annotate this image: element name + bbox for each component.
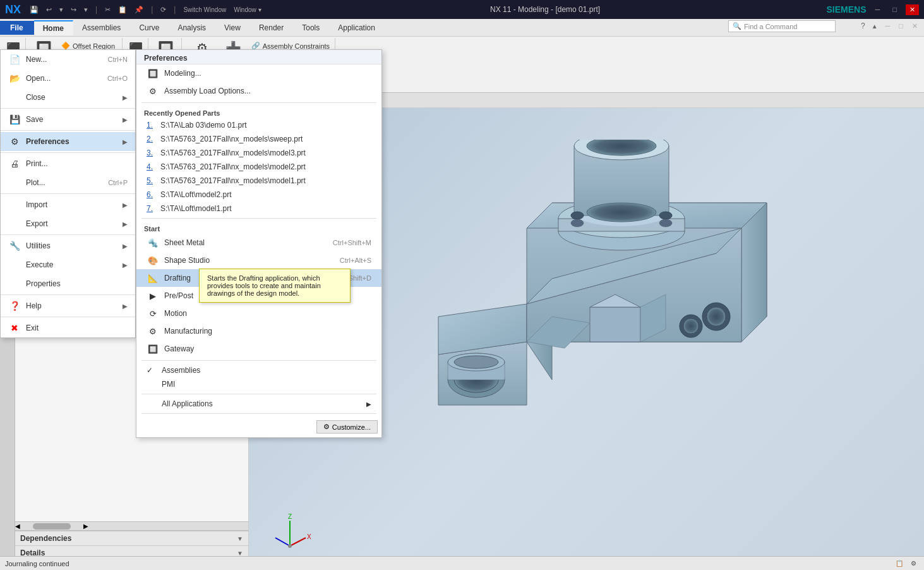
- rf-label-4: S:\TA5763_2017Fall\nx_models\model2.prt: [160, 162, 306, 171]
- ps-motion[interactable]: ⟳ Motion: [136, 305, 381, 322]
- menu-utilities[interactable]: 🔧 Utilities ▶: [1, 236, 135, 255]
- menu-execute[interactable]: Execute ▶: [1, 255, 135, 274]
- scroll-left-btn[interactable]: ◀: [15, 523, 20, 530]
- import-label: Import: [26, 200, 117, 209]
- svg-point-11: [571, 212, 584, 219]
- ps-pmi[interactable]: PMI: [136, 377, 381, 391]
- dependencies-header[interactable]: Dependencies ▼: [15, 531, 248, 545]
- redo-dropdown[interactable]: ▾: [81, 4, 90, 15]
- ribbon-minimize[interactable]: ▲: [869, 21, 880, 31]
- assembly-constraints-label: Assembly Constraints: [263, 42, 330, 50]
- ps-recent-4[interactable]: 4. S:\TA5763_2017Fall\nx_models\model2.p…: [136, 160, 381, 174]
- menu-new[interactable]: 📄 New... Ctrl+N: [1, 50, 135, 69]
- ps-gateway-label: Gateway: [164, 344, 194, 353]
- switch-window-btn[interactable]: Switch Window: [181, 5, 229, 15]
- help-arrow: ▶: [123, 303, 128, 310]
- customize-btn[interactable]: ⚙ Customize...: [316, 420, 378, 434]
- ps-assembly-label: Assembly Load Options...: [164, 87, 251, 95]
- refresh-btn[interactable]: ⟳: [158, 4, 169, 15]
- ps-sep-2: [141, 218, 376, 219]
- menu-preferences[interactable]: ⚙ Preferences ▶: [1, 132, 135, 151]
- execute-label: Execute: [26, 260, 117, 269]
- help-btn[interactable]: ?: [858, 20, 868, 32]
- status-right: 📋 ⚙: [893, 559, 919, 567]
- redo-btn[interactable]: ↪: [68, 4, 79, 15]
- menu-help[interactable]: ❓ Help ▶: [1, 296, 135, 315]
- rf-label-7: S:\TA\Loft\model1.prt: [160, 204, 232, 213]
- rf-label-2: S:\TA5763_2017Fall\nx_models\sweep.prt: [160, 135, 303, 143]
- scrollbar-thumb[interactable]: [33, 523, 71, 530]
- ps-assemblies[interactable]: ✓ Assemblies: [136, 363, 381, 377]
- tab-view[interactable]: View: [215, 21, 250, 35]
- tab-home[interactable]: Home: [34, 20, 73, 35]
- gateway-icon: 🔲: [147, 343, 159, 355]
- export-label: Export: [26, 219, 117, 228]
- ps-recent-5[interactable]: 5. S:\TA5763_2017Fall\nx_models\model1.p…: [136, 174, 381, 188]
- status-btn-1[interactable]: 📋: [893, 559, 906, 567]
- save-label: Save: [26, 115, 117, 124]
- menu-properties[interactable]: Properties: [1, 274, 135, 293]
- sheet-metal-icon: 🔩: [147, 236, 159, 249]
- ps-all-applications[interactable]: All Applications ▶: [136, 397, 381, 411]
- title-bar: NX 💾 ↩ ▾ ↪ ▾ | ✂ 📋 📌 | ⟳ | Switch Window…: [0, 0, 924, 19]
- svg-text:X: X: [307, 533, 311, 540]
- open-label: Open...: [26, 74, 102, 83]
- ps-recent-3[interactable]: 3. S:\TA5763_2017Fall\nx_models\model3.p…: [136, 146, 381, 160]
- menu-save[interactable]: 💾 Save ▶: [1, 110, 135, 129]
- exit-icon: ✖: [8, 322, 21, 334]
- close-btn[interactable]: ✕: [906, 4, 919, 15]
- ps-recent-2[interactable]: 2. S:\TA5763_2017Fall\nx_models\sweep.pr…: [136, 132, 381, 146]
- rf-label-6: S:\TA\Loft\model2.prt: [160, 190, 232, 199]
- ps-sheet-metal[interactable]: 🔩 Sheet Metal Ctrl+Shift+M: [136, 234, 381, 252]
- undo-btn[interactable]: ↩: [44, 4, 54, 15]
- undo-dropdown[interactable]: ▾: [57, 4, 66, 15]
- file-menu: 📄 New... Ctrl+N 📂 Open... Ctrl+O Close ▶…: [0, 49, 136, 338]
- menu-open[interactable]: 📂 Open... Ctrl+O: [1, 69, 135, 88]
- save-quickaccess[interactable]: 💾: [27, 4, 41, 15]
- tooltip-text: Starts the Drafting application, which p…: [207, 274, 321, 297]
- ps-recent-6[interactable]: 6. S:\TA\Loft\model2.prt: [136, 188, 381, 202]
- status-btn-2[interactable]: ⚙: [908, 559, 919, 567]
- tab-analysis[interactable]: Analysis: [169, 21, 215, 35]
- menu-import[interactable]: Import ▶: [1, 195, 135, 214]
- file-menu-overlay: 📄 New... Ctrl+N 📂 Open... Ctrl+O Close ▶…: [0, 49, 136, 338]
- tab-render[interactable]: Render: [250, 21, 293, 35]
- tab-curve[interactable]: Curve: [130, 21, 169, 35]
- scroll-right-btn[interactable]: ▶: [83, 523, 88, 530]
- menu-print[interactable]: 🖨 Print...: [1, 154, 135, 173]
- import-arrow: ▶: [123, 202, 128, 209]
- menu-close[interactable]: Close ▶: [1, 88, 135, 107]
- help-label: Help: [26, 301, 117, 310]
- ps-manufacturing[interactable]: ⚙ Manufacturing: [136, 322, 381, 340]
- tab-tools[interactable]: Tools: [293, 21, 329, 35]
- tab-application[interactable]: Application: [329, 21, 385, 35]
- restore-btn[interactable]: □: [889, 4, 901, 15]
- menu-export[interactable]: Export ▶: [1, 214, 135, 233]
- drafting-icon: 📐: [147, 272, 159, 284]
- window-btn[interactable]: Window ▾: [231, 5, 263, 15]
- h-scrollbar[interactable]: ◀ ▶: [15, 521, 248, 530]
- paste-btn[interactable]: 📌: [132, 4, 146, 15]
- ps-recent-7[interactable]: 7. S:\TA\Loft\model1.prt: [136, 202, 381, 215]
- menu-exit[interactable]: ✖ Exit: [1, 318, 135, 337]
- all-apps-indent: [147, 399, 157, 408]
- ps-modeling[interactable]: 🔲 Modeling...: [136, 64, 381, 82]
- app-minimize[interactable]: ─: [882, 21, 894, 31]
- cut-btn[interactable]: ✂: [102, 4, 113, 15]
- app-restore[interactable]: □: [895, 21, 907, 31]
- status-text: Journaling continued: [5, 560, 69, 567]
- minimize-btn[interactable]: ─: [872, 4, 884, 15]
- tab-file[interactable]: File: [0, 21, 34, 35]
- find-command-bar[interactable]: 🔍 Find a Command: [728, 20, 836, 32]
- copy-btn[interactable]: 📋: [116, 4, 129, 15]
- ps-gateway[interactable]: 🔲 Gateway: [136, 340, 381, 358]
- ps-sep-5: [141, 413, 376, 414]
- ps-shape-studio[interactable]: 🎨 Shape Studio Ctrl+Alt+S: [136, 252, 381, 269]
- menu-plot[interactable]: Plot... Ctrl+P: [1, 173, 135, 192]
- svg-point-29: [683, 318, 699, 334]
- ps-recent-1[interactable]: 1. S:\TA\Lab 03\demo 01.prt: [136, 118, 381, 132]
- find-command-label: Find a Command: [744, 23, 797, 30]
- ps-assembly-load[interactable]: ⚙ Assembly Load Options...: [136, 82, 381, 100]
- app-close[interactable]: ✕: [908, 21, 921, 32]
- tab-assemblies[interactable]: Assemblies: [73, 21, 130, 35]
